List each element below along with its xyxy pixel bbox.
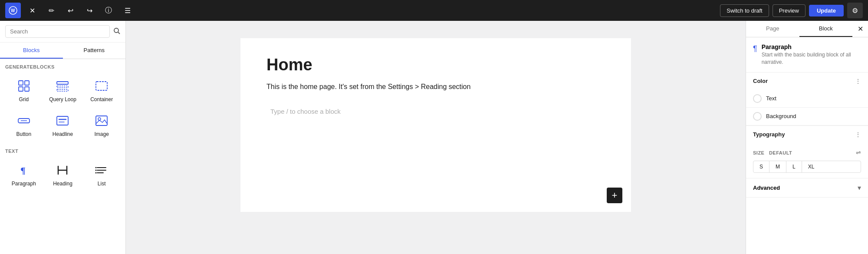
info-icon[interactable]: ⓘ xyxy=(101,3,116,18)
container-icon xyxy=(94,78,109,94)
list-icon xyxy=(94,162,109,178)
svg-rect-14 xyxy=(57,116,68,125)
undo-icon[interactable]: ↩ xyxy=(62,3,78,18)
size-btn-xl[interactable]: XL xyxy=(802,161,821,172)
close-icon[interactable]: ✕ xyxy=(24,3,40,18)
block-label-list: List xyxy=(98,181,106,187)
typography-panel-menu-icon[interactable]: ⋮ xyxy=(855,131,861,138)
heading-icon xyxy=(55,162,70,178)
menu-icon[interactable]: ☰ xyxy=(120,3,135,18)
block-item-headline[interactable]: Headline xyxy=(44,109,82,142)
color-panel-header[interactable]: Color ⋮ xyxy=(746,73,868,90)
block-item-image[interactable]: Image xyxy=(83,109,120,142)
main-layout: Blocks Patterns GENERATEBLOCKS xyxy=(0,21,868,254)
svg-rect-4 xyxy=(19,81,23,85)
typography-content: SIZE DEFAULT ⇌ S M L XL xyxy=(746,143,868,178)
size-labels: SIZE DEFAULT xyxy=(753,148,792,156)
switch-to-draft-button[interactable]: Switch to draft xyxy=(720,4,769,17)
grid-icon xyxy=(16,78,32,94)
page-content: Home This is the home page. It's set fro… xyxy=(240,38,631,212)
block-label-button: Button xyxy=(16,131,31,137)
block-item-grid[interactable]: Grid xyxy=(5,74,43,107)
size-btn-l[interactable]: L xyxy=(786,161,802,172)
block-info-title: Paragraph xyxy=(762,43,861,50)
text-label: TEXT xyxy=(5,148,120,154)
page-title: Home xyxy=(266,56,605,74)
block-label-headline: Headline xyxy=(53,131,73,137)
block-label-query-loop: Query Loop xyxy=(49,96,76,102)
color-panel-title: Color xyxy=(753,78,768,84)
size-label: SIZE xyxy=(753,150,764,155)
paragraph-icon: ¶ xyxy=(16,162,32,178)
svg-point-23 xyxy=(95,167,97,168)
advanced-chevron-icon[interactable]: ▾ xyxy=(858,184,861,192)
sidebar-right: Page Block ✕ ¶ Paragraph Start with the … xyxy=(746,21,868,254)
add-block-placeholder[interactable]: Type / to choose a block xyxy=(266,104,605,119)
size-buttons: S M L XL xyxy=(753,161,861,173)
size-value: DEFAULT xyxy=(769,150,792,155)
advanced-panel-title: Advanced xyxy=(753,185,780,191)
close-sidebar-button[interactable]: ✕ xyxy=(852,21,868,36)
svg-rect-8 xyxy=(57,82,68,84)
svg-line-3 xyxy=(118,32,120,34)
block-label-grid: Grid xyxy=(19,96,29,102)
topbar-right: Switch to draft Preview Update ⚙ xyxy=(720,3,863,18)
svg-rect-5 xyxy=(25,81,29,85)
background-color-circle[interactable] xyxy=(753,112,762,121)
color-option-background: Background xyxy=(746,108,868,125)
paragraph-block-icon: ¶ xyxy=(753,44,757,53)
color-panel: Color ⋮ Text Background xyxy=(746,73,868,126)
svg-point-24 xyxy=(95,170,97,171)
page-subtitle: This is the home page. It's set from the… xyxy=(266,83,605,91)
update-button[interactable]: Update xyxy=(809,5,844,16)
size-btn-m[interactable]: M xyxy=(769,161,786,172)
svg-point-2 xyxy=(114,28,118,33)
blocks-patterns-tabs: Blocks Patterns xyxy=(0,43,125,59)
block-label-container: Container xyxy=(90,96,113,102)
settings-button[interactable]: ⚙ xyxy=(847,3,863,18)
size-row: SIZE DEFAULT ⇌ xyxy=(753,148,861,156)
background-color-label: Background xyxy=(766,113,796,119)
block-item-container[interactable]: Container xyxy=(83,74,120,107)
preview-button[interactable]: Preview xyxy=(773,4,806,17)
block-label-image: Image xyxy=(94,131,108,137)
pen-icon[interactable]: ✏ xyxy=(43,3,59,18)
tab-blocks[interactable]: Blocks xyxy=(0,43,63,59)
search-input[interactable] xyxy=(5,25,110,38)
advanced-panel: Advanced ▾ xyxy=(746,178,868,198)
typography-panel-title: Typography xyxy=(753,131,785,138)
block-item-button[interactable]: Button xyxy=(5,109,43,142)
generateblocks-label: GENERATEBLOCKS xyxy=(5,64,120,69)
block-info-description: Start with the basic building block of a… xyxy=(762,51,861,66)
search-button[interactable] xyxy=(113,27,120,36)
block-label-paragraph: Paragraph xyxy=(12,181,36,187)
tab-page[interactable]: Page xyxy=(746,21,799,37)
svg-rect-9 xyxy=(57,86,68,88)
search-bar xyxy=(0,21,125,43)
blocks-content: GENERATEBLOCKS Grid xyxy=(0,59,125,254)
tab-block[interactable]: Block xyxy=(799,21,853,37)
sidebar-left: Blocks Patterns GENERATEBLOCKS xyxy=(0,21,126,254)
wp-logo[interactable]: W xyxy=(5,3,21,18)
typography-panel-header[interactable]: Typography ⋮ xyxy=(746,126,868,143)
redo-icon[interactable]: ↪ xyxy=(82,3,97,18)
add-block-button[interactable]: + xyxy=(607,188,622,203)
generateblocks-grid: Grid Query Loop xyxy=(5,74,120,142)
block-item-list[interactable]: List xyxy=(83,158,120,191)
size-settings-icon[interactable]: ⇌ xyxy=(856,149,861,156)
typography-panel: Typography ⋮ SIZE DEFAULT ⇌ S M L xyxy=(746,126,868,178)
svg-rect-11 xyxy=(96,82,107,90)
size-btn-s[interactable]: S xyxy=(753,161,769,172)
headline-icon xyxy=(55,113,70,129)
svg-point-25 xyxy=(95,172,97,174)
svg-text:¶: ¶ xyxy=(20,165,26,176)
advanced-panel-header[interactable]: Advanced ▾ xyxy=(746,178,868,197)
color-panel-menu-icon[interactable]: ⋮ xyxy=(855,78,861,85)
block-info: ¶ Paragraph Start with the basic buildin… xyxy=(746,37,868,73)
tab-patterns[interactable]: Patterns xyxy=(63,43,126,59)
block-item-paragraph[interactable]: ¶ Paragraph xyxy=(5,158,43,191)
svg-text:W: W xyxy=(11,8,15,13)
text-color-circle[interactable] xyxy=(753,94,762,103)
block-item-heading[interactable]: Heading xyxy=(44,158,82,191)
block-item-query-loop[interactable]: Query Loop xyxy=(44,74,82,107)
